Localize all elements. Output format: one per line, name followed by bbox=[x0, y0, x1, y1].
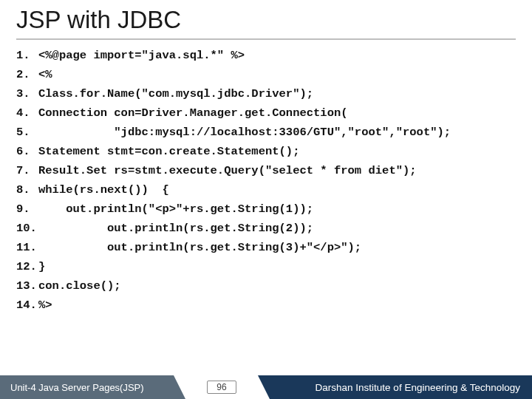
footer-left: Unit-4 Java Server Pages(JSP) bbox=[0, 375, 174, 399]
line-text: %> bbox=[38, 299, 52, 312]
page-number: 96 bbox=[207, 381, 236, 394]
line-number: 11. bbox=[16, 238, 38, 257]
code-line: 8.while(rs.next()) { bbox=[16, 180, 516, 200]
line-text: "jdbc:mysql://localhost:3306/GTU","root"… bbox=[38, 126, 451, 139]
line-text: } bbox=[38, 260, 45, 273]
footer-right: Darshan Institute of Engineering & Techn… bbox=[270, 375, 532, 399]
line-number: 12. bbox=[16, 257, 38, 276]
line-text: Class.for.Name("com.mysql.jdbc.Driver"); bbox=[38, 87, 313, 100]
code-line: 6.Statement stmt=con.create.Statement(); bbox=[16, 142, 516, 161]
code-line: 10. out.println(rs.get.String(2)); bbox=[16, 219, 516, 238]
line-text: while(rs.next()) { bbox=[38, 183, 169, 197]
line-number: 8. bbox=[16, 180, 38, 200]
line-number: 9. bbox=[16, 200, 38, 219]
line-number: 4. bbox=[16, 103, 38, 123]
footer: Unit-4 Java Server Pages(JSP) 96 Darshan… bbox=[0, 375, 532, 399]
title-wrap: JSP with JDBC bbox=[0, 0, 532, 37]
code-line: 9. out.println("<p>"+rs.get.String(1)); bbox=[16, 200, 516, 219]
code-line: 1.<%@page import="java.sql.*" %> bbox=[16, 46, 516, 65]
code-line: 2.<% bbox=[16, 65, 516, 84]
line-number: 1. bbox=[16, 46, 38, 65]
line-number: 5. bbox=[16, 123, 38, 142]
slide: JSP with JDBC 1.<%@page import="java.sql… bbox=[0, 0, 532, 399]
line-number: 2. bbox=[16, 65, 38, 84]
line-text: Statement stmt=con.create.Statement(); bbox=[38, 145, 299, 158]
code-line: 11. out.println(rs.get.String(3)+"</p>")… bbox=[16, 238, 516, 257]
code-line: 3.Class.for.Name("com.mysql.jdbc.Driver"… bbox=[16, 84, 516, 103]
line-number: 14. bbox=[16, 296, 38, 315]
line-text: out.println("<p>"+rs.get.String(1)); bbox=[38, 202, 313, 216]
code-line: 5. "jdbc:mysql://localhost:3306/GTU","ro… bbox=[16, 123, 516, 142]
code-line: 14.%> bbox=[16, 296, 516, 315]
line-text: out.println(rs.get.String(2)); bbox=[38, 222, 313, 235]
code-line: 12.} bbox=[16, 257, 516, 276]
line-text: <%@page import="java.sql.*" %> bbox=[38, 49, 245, 62]
line-number: 3. bbox=[16, 84, 38, 103]
page-title: JSP with JDBC bbox=[16, 6, 516, 34]
line-text: con.close(); bbox=[38, 279, 121, 293]
line-text: out.println(rs.get.String(3)+"</p>"); bbox=[38, 241, 361, 254]
code-line: 13.con.close(); bbox=[16, 276, 516, 296]
line-text: Result.Set rs=stmt.execute.Query("select… bbox=[38, 164, 417, 177]
code-block: 1.<%@page import="java.sql.*" %>2.<%3.Cl… bbox=[0, 46, 532, 315]
title-divider bbox=[16, 38, 516, 40]
line-number: 6. bbox=[16, 142, 38, 161]
line-number: 13. bbox=[16, 276, 38, 296]
line-text: <% bbox=[38, 68, 52, 81]
line-text: Connection con=Driver.Manager.get.Connec… bbox=[38, 106, 348, 120]
line-number: 10. bbox=[16, 219, 38, 238]
code-line: 4.Connection con=Driver.Manager.get.Conn… bbox=[16, 103, 516, 123]
footer-mid: 96 bbox=[174, 381, 270, 394]
code-line: 7.Result.Set rs=stmt.execute.Query("sele… bbox=[16, 161, 516, 180]
line-number: 7. bbox=[16, 161, 38, 180]
